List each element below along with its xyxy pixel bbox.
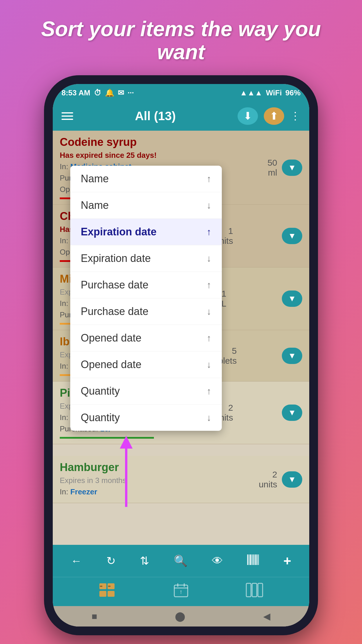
- dots-icon: ···: [128, 88, 134, 97]
- item-quantity: 1L: [222, 289, 226, 309]
- app-title: All (13): [135, 109, 176, 123]
- item-name: Codeine syrup: [60, 136, 268, 148]
- svg-text:!: !: [180, 590, 182, 595]
- sort-label-purchase-asc: Purchase date: [81, 279, 148, 291]
- message-icon: ✉: [118, 88, 124, 97]
- sort-label-opened-asc: Opened date: [81, 332, 141, 344]
- item-expand-button[interactable]: ▼: [282, 160, 302, 176]
- sort-label-name-desc: Name: [81, 199, 109, 211]
- svg-rect-1: [249, 554, 249, 565]
- arrow-up-shaft: [125, 449, 127, 507]
- sort-item-qty-desc[interactable]: Quantity ↓: [70, 405, 222, 431]
- add-button[interactable]: +: [280, 550, 294, 572]
- sort-arrow-purchase-desc: ↓: [207, 306, 211, 317]
- item-status: Expires in 3 months: [60, 475, 259, 486]
- item-quantity: 2units: [259, 470, 277, 489]
- items-nav-button[interactable]: [99, 583, 116, 601]
- svg-rect-2: [250, 554, 251, 565]
- sort-arrow-expiry-desc: ↓: [207, 253, 211, 264]
- wifi-icon: WiFi: [266, 88, 282, 97]
- search-button[interactable]: 🔍: [171, 552, 190, 570]
- calendar-nav-button[interactable]: !: [174, 583, 188, 601]
- item-quantity: 50ml: [268, 158, 277, 178]
- refresh-button[interactable]: ↻: [103, 552, 119, 570]
- sort-label-name-asc: Name: [81, 173, 109, 185]
- android-recent-button[interactable]: ■: [92, 611, 97, 622]
- sort-item-opened-desc[interactable]: Opened date ↓: [70, 351, 222, 378]
- sort-label-opened-desc: Opened date: [81, 358, 141, 371]
- svg-rect-12: [108, 591, 115, 597]
- sort-arrow-opened-asc: ↑: [207, 333, 211, 344]
- headline: Sort your items the way you want: [0, 0, 362, 75]
- back-button[interactable]: ←: [68, 552, 85, 570]
- sort-item-expiry-asc[interactable]: Expiration date ↑: [70, 219, 222, 245]
- hamburger-menu-button[interactable]: [61, 112, 73, 120]
- item-status: Has expired since 25 days!: [60, 150, 268, 161]
- bottom-nav: !: [53, 577, 309, 606]
- sort-button[interactable]: ⇅: [137, 552, 152, 570]
- svg-rect-14: [108, 586, 110, 587]
- item-name: Hamburger: [60, 461, 259, 474]
- item-expand-button[interactable]: ▼: [282, 405, 302, 421]
- android-back-button[interactable]: ◀: [263, 611, 270, 622]
- svg-rect-4: [253, 554, 254, 565]
- sort-item-expiry-desc[interactable]: Expiration date ↓: [70, 245, 222, 272]
- sort-item-purchase-asc[interactable]: Purchase date ↑: [70, 272, 222, 298]
- sort-arrow-opened-desc: ↓: [207, 359, 211, 370]
- sort-label-purchase-desc: Purchase date: [81, 305, 148, 318]
- item-expand-button[interactable]: ▼: [282, 471, 302, 488]
- svg-rect-11: [99, 591, 106, 597]
- svg-rect-21: [252, 583, 257, 597]
- arrow-up-head: [120, 436, 133, 449]
- item-expand-button[interactable]: ▼: [282, 290, 302, 307]
- battery-display: 96%: [285, 88, 301, 97]
- sort-arrow-name-desc: ↓: [207, 200, 211, 211]
- sort-label-expiry-desc: Expiration date: [81, 252, 151, 265]
- svg-rect-20: [246, 583, 251, 597]
- sort-arrow-purchase-asc: ↑: [207, 280, 211, 290]
- clock-icon: ⏱: [94, 88, 101, 97]
- item-expand-button[interactable]: ▼: [282, 348, 302, 364]
- grid-nav-button[interactable]: [246, 583, 263, 601]
- barcode-button[interactable]: [244, 552, 262, 570]
- cloud-upload-button[interactable]: ⬆: [264, 107, 284, 125]
- phone-frame: 8:53 AM ⏱ 🔔 ✉ ··· ▲▲▲ WiFi 96% All (13) …: [44, 75, 318, 635]
- svg-rect-3: [252, 554, 252, 565]
- svg-rect-13: [100, 586, 102, 587]
- signal-icon: ▲▲▲: [240, 88, 262, 97]
- sort-arrow-expiry-asc: ↑: [207, 227, 211, 237]
- sort-item-qty-asc[interactable]: Quantity ↑: [70, 378, 222, 405]
- item-progress-bar: [60, 437, 154, 439]
- sort-item-purchase-desc[interactable]: Purchase date ↓: [70, 298, 222, 325]
- sort-label-expiry-asc: Expiration date: [81, 226, 157, 238]
- sort-item-name-desc[interactable]: Name ↓: [70, 192, 222, 219]
- sort-item-name-asc[interactable]: Name ↑: [70, 166, 222, 192]
- svg-rect-22: [258, 583, 263, 597]
- phone-screen: 8:53 AM ⏱ 🔔 ✉ ··· ▲▲▲ WiFi 96% All (13) …: [53, 84, 309, 626]
- sort-label-qty-desc: Quantity: [81, 412, 120, 424]
- sort-item-opened-asc[interactable]: Opened date ↑: [70, 325, 222, 351]
- eye-button[interactable]: 👁: [209, 552, 226, 570]
- svg-rect-5: [254, 554, 255, 565]
- arrow-indicator: [120, 436, 133, 507]
- android-nav: ■ ⬤ ◀: [53, 606, 309, 626]
- sort-label-qty-asc: Quantity: [81, 385, 120, 397]
- sort-arrow-qty-desc: ↓: [207, 412, 211, 423]
- item-content: Hamburger Expires in 3 months In: Freeze…: [60, 461, 259, 498]
- sort-menu-overlay: Name ↑ Name ↓ Expiration date ↑ Expirati…: [70, 166, 222, 431]
- list-area: Codeine syrup Has expired since 25 days!…: [53, 131, 309, 545]
- sort-arrow-qty-asc: ↑: [207, 386, 211, 397]
- item-location: In: Freezer: [60, 486, 259, 498]
- item-expand-button[interactable]: ▼: [282, 228, 302, 244]
- android-home-button[interactable]: ⬤: [175, 611, 185, 622]
- cloud-download-button[interactable]: ⬇: [238, 107, 258, 125]
- svg-rect-7: [257, 554, 258, 565]
- status-bar: 8:53 AM ⏱ 🔔 ✉ ··· ▲▲▲ WiFi 96%: [53, 84, 309, 102]
- svg-rect-8: [258, 554, 259, 565]
- svg-rect-0: [247, 554, 248, 565]
- ring-icon: 🔔: [105, 88, 114, 97]
- time-display: 8:53 AM: [61, 88, 90, 97]
- sort-arrow-name-asc: ↑: [207, 174, 211, 184]
- svg-rect-6: [255, 554, 256, 565]
- more-options-button[interactable]: ⋮: [290, 110, 301, 122]
